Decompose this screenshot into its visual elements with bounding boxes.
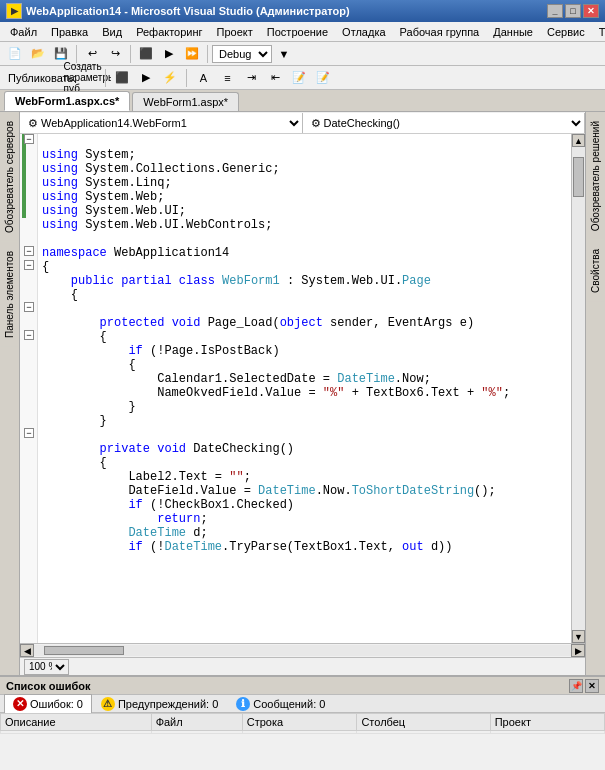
panel-controls: 📌 ✕	[569, 679, 599, 693]
modified-indicator	[22, 134, 26, 218]
sep1	[76, 45, 77, 63]
new-project-btn[interactable]: 📄	[4, 44, 26, 64]
collapse-if1[interactable]: −	[24, 330, 34, 340]
warning-badge: ⚠ Предупреждений: 0	[101, 697, 218, 711]
hscroll-left-btn[interactable]: ◀	[20, 644, 34, 657]
code-editor[interactable]: − − − − − − using System; using System.C…	[20, 134, 585, 643]
toolbar-btn4[interactable]: ▶	[158, 44, 180, 64]
toolbar-btn6[interactable]: ▼	[273, 44, 295, 64]
toolbox-tab[interactable]: Панель элементов	[1, 242, 18, 347]
menu-tools[interactable]: Сервис	[541, 24, 591, 40]
toolbar2-btn4[interactable]: A	[192, 68, 214, 88]
vertical-scrollbar[interactable]: ▲ ▼	[571, 134, 585, 643]
title-bar: ▶ WebApplication14 - Microsoft Visual St…	[0, 0, 605, 22]
server-explorer-tab[interactable]: Обозреватель серверов	[1, 112, 18, 242]
toolbar2-btn1[interactable]: ⬛	[111, 68, 133, 88]
scroll-thumb[interactable]	[573, 157, 584, 197]
col-col: Столбец	[357, 714, 490, 731]
selector-bar: ⚙ WebApplication14.WebForm1 ⚙ DateChecki…	[20, 112, 585, 134]
tab-cs[interactable]: WebForm1.aspx.cs*	[4, 91, 130, 111]
menu-team[interactable]: Рабочая группа	[394, 24, 486, 40]
menu-data[interactable]: Данные	[487, 24, 539, 40]
title-text: WebApplication14 - Microsoft Visual Stud…	[26, 5, 547, 17]
warning-icon: ⚠	[101, 697, 115, 711]
code-wrapper: ⚙ WebApplication14.WebForm1 ⚙ DateChecki…	[20, 112, 585, 675]
collapse-pageload[interactable]: −	[24, 302, 34, 312]
restore-button[interactable]: □	[565, 4, 581, 18]
properties-tab[interactable]: Свойства	[587, 240, 604, 302]
col-desc: Описание	[1, 714, 152, 731]
scroll-down-btn[interactable]: ▼	[572, 630, 585, 643]
error-badge: ✕ Ошибок: 0	[13, 697, 83, 711]
panel-title: Список ошибок	[6, 680, 569, 692]
collapse-namespace[interactable]: −	[24, 246, 34, 256]
margin-area: − − − − − −	[20, 134, 38, 643]
code-content[interactable]: using System; using System.Collections.G…	[38, 134, 571, 643]
panel-header: Список ошибок 📌 ✕	[0, 677, 605, 695]
panel-pin-btn[interactable]: 📌	[569, 679, 583, 693]
toolbar2-btn7[interactable]: ⇤	[264, 68, 286, 88]
menu-bar: Файл Правка Вид Рефакторинг Проект Постр…	[0, 22, 605, 42]
toolbar2-btn3[interactable]: ⚡	[159, 68, 181, 88]
close-button[interactable]: ✕	[583, 4, 599, 18]
col-project: Проект	[490, 714, 604, 731]
zoom-select[interactable]: 100 %	[24, 659, 69, 675]
main-layout: Обозреватель серверов Панель элементов ⚙…	[0, 112, 605, 675]
collapse-class[interactable]: −	[24, 260, 34, 270]
method-selector[interactable]: ⚙ DateChecking()	[303, 113, 586, 133]
hscroll-track[interactable]	[34, 645, 571, 656]
error-table: Описание Файл Строка Столбец Проект	[0, 713, 605, 770]
menu-refactor[interactable]: Рефакторинг	[130, 24, 208, 40]
tab-bar: WebForm1.aspx.cs* WebForm1.aspx*	[0, 90, 605, 112]
errors-tab[interactable]: ✕ Ошибок: 0	[4, 694, 92, 714]
panel-close-btn[interactable]: ✕	[585, 679, 599, 693]
solution-explorer-tab[interactable]: Обозреватель решений	[587, 112, 604, 240]
app-icon: ▶	[6, 3, 22, 19]
menu-project[interactable]: Проект	[211, 24, 259, 40]
scroll-up-btn[interactable]: ▲	[572, 134, 585, 147]
sep4	[105, 69, 106, 87]
debug-mode-select[interactable]: Debug	[212, 45, 272, 63]
create-params-btn[interactable]: Создать параметры пуб	[78, 68, 100, 88]
menu-test[interactable]: Тест	[593, 24, 605, 40]
toolbar2-btn6[interactable]: ⇥	[240, 68, 262, 88]
minimize-button[interactable]: _	[547, 4, 563, 18]
class-selector[interactable]: ⚙ WebApplication14.WebForm1	[20, 113, 303, 133]
menu-build[interactable]: Построение	[261, 24, 334, 40]
open-btn[interactable]: 📂	[27, 44, 49, 64]
hscroll-right-btn[interactable]: ▶	[571, 644, 585, 657]
toolbar-btn5[interactable]: ⏩	[181, 44, 203, 64]
collapse-using[interactable]: −	[24, 134, 34, 144]
window-controls: _ □ ✕	[547, 4, 599, 18]
left-sidebar: Обозреватель серверов Панель элементов	[0, 112, 20, 675]
message-icon: ℹ	[236, 697, 250, 711]
scroll-track[interactable]	[572, 147, 585, 630]
message-badge: ℹ Сообщений: 0	[236, 697, 325, 711]
sep2	[130, 45, 131, 63]
tab-aspx[interactable]: WebForm1.aspx*	[132, 92, 239, 111]
bottom-panel: Список ошибок 📌 ✕ ✕ Ошибок: 0 ⚠ Предупре…	[0, 675, 605, 770]
collapse-datechecking[interactable]: −	[24, 428, 34, 438]
hscroll-thumb[interactable]	[44, 646, 124, 655]
error-tabs: ✕ Ошибок: 0 ⚠ Предупреждений: 0 ℹ Сообще…	[0, 695, 605, 713]
errors-list: Описание Файл Строка Столбец Проект	[0, 713, 605, 734]
right-sidebar: Обозреватель решений Свойства	[585, 112, 605, 675]
menu-file[interactable]: Файл	[4, 24, 43, 40]
toolbar-btn3[interactable]: ⬛	[135, 44, 157, 64]
messages-tab[interactable]: ℹ Сообщений: 0	[227, 694, 334, 714]
menu-view[interactable]: Вид	[96, 24, 128, 40]
sep3	[207, 45, 208, 63]
col-row: Строка	[242, 714, 357, 731]
toolbar2-btn9[interactable]: 📝	[312, 68, 334, 88]
warnings-tab[interactable]: ⚠ Предупреждений: 0	[92, 694, 227, 714]
toolbar2-btn2[interactable]: ▶	[135, 68, 157, 88]
col-file: Файл	[151, 714, 242, 731]
toolbar2-btn8[interactable]: 📝	[288, 68, 310, 88]
sep5	[186, 69, 187, 87]
menu-debug[interactable]: Отладка	[336, 24, 391, 40]
table-row	[1, 731, 605, 734]
menu-edit[interactable]: Правка	[45, 24, 94, 40]
code-status-bar: 100 %	[20, 657, 585, 675]
horizontal-scrollbar[interactable]: ◀ ▶	[20, 643, 585, 657]
toolbar2-btn5[interactable]: ≡	[216, 68, 238, 88]
